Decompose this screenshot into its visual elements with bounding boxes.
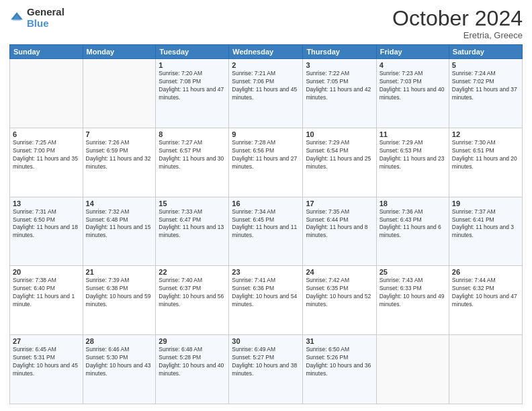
- day-number: 14: [86, 199, 153, 208]
- day-info: Sunrise: 7:30 AM Sunset: 6:51 PM Dayligh…: [452, 139, 519, 171]
- header-thursday: Thursday: [303, 45, 376, 59]
- day-info: Sunrise: 7:33 AM Sunset: 6:47 PM Dayligh…: [159, 208, 226, 240]
- day-number: 24: [306, 268, 373, 276]
- table-cell: 20Sunrise: 7:38 AM Sunset: 6:40 PM Dayli…: [10, 266, 83, 335]
- day-number: 8: [159, 130, 226, 138]
- day-number: 12: [452, 130, 519, 138]
- table-cell: 27Sunrise: 6:45 AM Sunset: 5:31 PM Dayli…: [10, 335, 83, 404]
- day-info: Sunrise: 7:43 AM Sunset: 6:33 PM Dayligh…: [380, 277, 446, 309]
- table-cell: 25Sunrise: 7:43 AM Sunset: 6:33 PM Dayli…: [376, 266, 449, 335]
- day-info: Sunrise: 7:29 AM Sunset: 6:53 PM Dayligh…: [380, 139, 446, 171]
- table-cell: 2Sunrise: 7:21 AM Sunset: 7:06 PM Daylig…: [229, 59, 303, 128]
- week-row-4: 27Sunrise: 6:45 AM Sunset: 5:31 PM Dayli…: [10, 335, 523, 404]
- month-title: October 2024: [392, 7, 523, 30]
- table-cell: 18Sunrise: 7:36 AM Sunset: 6:43 PM Dayli…: [376, 197, 449, 266]
- week-row-2: 13Sunrise: 7:31 AM Sunset: 6:50 PM Dayli…: [10, 197, 523, 266]
- table-cell: [376, 335, 449, 404]
- table-cell: 7Sunrise: 7:26 AM Sunset: 6:59 PM Daylig…: [83, 128, 156, 197]
- week-row-1: 6Sunrise: 7:25 AM Sunset: 7:00 PM Daylig…: [10, 128, 523, 197]
- day-info: Sunrise: 7:26 AM Sunset: 6:59 PM Dayligh…: [86, 139, 153, 171]
- day-number: 28: [86, 337, 153, 345]
- day-info: Sunrise: 7:23 AM Sunset: 7:03 PM Dayligh…: [380, 70, 446, 102]
- day-number: 4: [380, 61, 446, 69]
- table-cell: [10, 59, 83, 128]
- header: General Blue October 2024 Eretria, Greec…: [9, 7, 523, 40]
- day-number: 1: [159, 61, 226, 69]
- header-saturday: Saturday: [449, 45, 522, 59]
- day-number: 3: [306, 61, 373, 69]
- page: General Blue October 2024 Eretria, Greec…: [0, 0, 532, 411]
- day-number: 9: [232, 130, 300, 138]
- logo-blue: Blue: [27, 18, 64, 30]
- title-area: October 2024 Eretria, Greece: [392, 7, 523, 40]
- header-tuesday: Tuesday: [156, 45, 229, 59]
- logo-general: General: [27, 7, 64, 18]
- day-number: 18: [380, 199, 446, 208]
- day-number: 10: [306, 130, 373, 138]
- day-number: 21: [86, 268, 153, 276]
- day-info: Sunrise: 7:21 AM Sunset: 7:06 PM Dayligh…: [232, 70, 300, 102]
- day-number: 25: [380, 268, 446, 276]
- table-cell: 23Sunrise: 7:41 AM Sunset: 6:36 PM Dayli…: [229, 266, 303, 335]
- day-info: Sunrise: 7:24 AM Sunset: 7:02 PM Dayligh…: [452, 70, 519, 102]
- day-info: Sunrise: 6:48 AM Sunset: 5:28 PM Dayligh…: [159, 346, 226, 378]
- day-info: Sunrise: 7:25 AM Sunset: 7:00 PM Dayligh…: [13, 139, 80, 171]
- table-cell: 11Sunrise: 7:29 AM Sunset: 6:53 PM Dayli…: [376, 128, 449, 197]
- calendar-table: Sunday Monday Tuesday Wednesday Thursday…: [9, 44, 523, 404]
- table-cell: [83, 59, 156, 128]
- day-number: 31: [306, 337, 373, 345]
- day-info: Sunrise: 7:28 AM Sunset: 6:56 PM Dayligh…: [232, 139, 300, 171]
- day-number: 15: [159, 199, 226, 208]
- location: Eretria, Greece: [392, 30, 523, 40]
- day-info: Sunrise: 7:41 AM Sunset: 6:36 PM Dayligh…: [232, 277, 300, 309]
- day-number: 19: [452, 199, 519, 208]
- table-cell: 14Sunrise: 7:32 AM Sunset: 6:48 PM Dayli…: [83, 197, 156, 266]
- weekday-header-row: Sunday Monday Tuesday Wednesday Thursday…: [10, 45, 523, 59]
- day-number: 11: [380, 130, 446, 138]
- header-friday: Friday: [376, 45, 449, 59]
- day-number: 20: [13, 268, 80, 276]
- day-number: 13: [13, 199, 80, 208]
- table-cell: 9Sunrise: 7:28 AM Sunset: 6:56 PM Daylig…: [229, 128, 303, 197]
- day-info: Sunrise: 6:50 AM Sunset: 5:26 PM Dayligh…: [306, 346, 373, 378]
- day-info: Sunrise: 7:32 AM Sunset: 6:48 PM Dayligh…: [86, 208, 153, 240]
- day-number: 7: [86, 130, 153, 138]
- day-number: 26: [452, 268, 519, 276]
- day-info: Sunrise: 7:27 AM Sunset: 6:57 PM Dayligh…: [159, 139, 226, 171]
- day-number: 29: [159, 337, 226, 345]
- day-number: 27: [13, 337, 80, 345]
- table-cell: 3Sunrise: 7:22 AM Sunset: 7:05 PM Daylig…: [303, 59, 376, 128]
- table-cell: [449, 335, 522, 404]
- table-cell: 13Sunrise: 7:31 AM Sunset: 6:50 PM Dayli…: [10, 197, 83, 266]
- table-cell: 12Sunrise: 7:30 AM Sunset: 6:51 PM Dayli…: [449, 128, 522, 197]
- day-number: 6: [13, 130, 80, 138]
- day-info: Sunrise: 7:34 AM Sunset: 6:45 PM Dayligh…: [232, 208, 300, 240]
- day-info: Sunrise: 7:39 AM Sunset: 6:38 PM Dayligh…: [86, 277, 153, 309]
- day-info: Sunrise: 7:44 AM Sunset: 6:32 PM Dayligh…: [452, 277, 519, 309]
- day-info: Sunrise: 7:40 AM Sunset: 6:37 PM Dayligh…: [159, 277, 226, 309]
- table-cell: 28Sunrise: 6:46 AM Sunset: 5:30 PM Dayli…: [83, 335, 156, 404]
- day-info: Sunrise: 7:35 AM Sunset: 6:44 PM Dayligh…: [306, 208, 373, 240]
- header-monday: Monday: [83, 45, 156, 59]
- day-number: 23: [232, 268, 300, 276]
- day-info: Sunrise: 7:22 AM Sunset: 7:05 PM Dayligh…: [306, 70, 373, 102]
- day-info: Sunrise: 7:42 AM Sunset: 6:35 PM Dayligh…: [306, 277, 373, 309]
- day-info: Sunrise: 7:37 AM Sunset: 6:41 PM Dayligh…: [452, 208, 519, 240]
- table-cell: 22Sunrise: 7:40 AM Sunset: 6:37 PM Dayli…: [156, 266, 229, 335]
- table-cell: 6Sunrise: 7:25 AM Sunset: 7:00 PM Daylig…: [10, 128, 83, 197]
- day-info: Sunrise: 6:45 AM Sunset: 5:31 PM Dayligh…: [13, 346, 80, 378]
- logo: General Blue: [9, 7, 64, 29]
- table-cell: 8Sunrise: 7:27 AM Sunset: 6:57 PM Daylig…: [156, 128, 229, 197]
- table-cell: 30Sunrise: 6:49 AM Sunset: 5:27 PM Dayli…: [229, 335, 303, 404]
- day-info: Sunrise: 6:46 AM Sunset: 5:30 PM Dayligh…: [86, 346, 153, 378]
- table-cell: 16Sunrise: 7:34 AM Sunset: 6:45 PM Dayli…: [229, 197, 303, 266]
- day-info: Sunrise: 7:36 AM Sunset: 6:43 PM Dayligh…: [380, 208, 446, 240]
- table-cell: 15Sunrise: 7:33 AM Sunset: 6:47 PM Dayli…: [156, 197, 229, 266]
- logo-text: General Blue: [27, 7, 64, 29]
- header-wednesday: Wednesday: [229, 45, 303, 59]
- day-info: Sunrise: 7:20 AM Sunset: 7:08 PM Dayligh…: [159, 70, 226, 102]
- table-cell: 10Sunrise: 7:29 AM Sunset: 6:54 PM Dayli…: [303, 128, 376, 197]
- table-cell: 1Sunrise: 7:20 AM Sunset: 7:08 PM Daylig…: [156, 59, 229, 128]
- table-cell: 4Sunrise: 7:23 AM Sunset: 7:03 PM Daylig…: [376, 59, 449, 128]
- logo-icon: [9, 11, 24, 26]
